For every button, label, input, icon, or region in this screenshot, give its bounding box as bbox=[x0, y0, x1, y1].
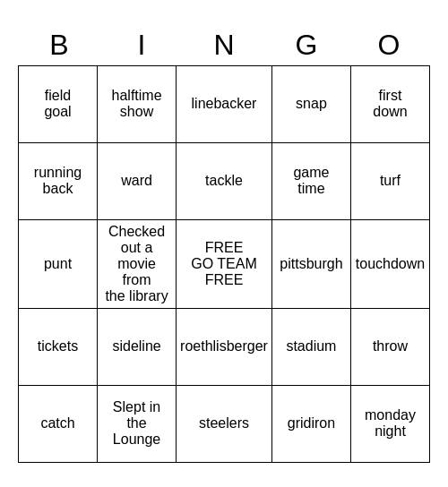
cell-text: tickets bbox=[38, 338, 78, 355]
header-letter: B bbox=[18, 25, 100, 65]
bingo-cell: linebacker bbox=[177, 66, 272, 143]
header-letter: G bbox=[265, 25, 348, 65]
bingo-cell: tackle bbox=[177, 143, 272, 220]
cell-text: ward bbox=[121, 173, 152, 189]
cell-text: tackle bbox=[205, 173, 243, 189]
cell-text: Checked out a movie from the library bbox=[101, 224, 172, 304]
bingo-cell: monday night bbox=[351, 386, 430, 463]
bingo-cell: catch bbox=[19, 386, 98, 463]
bingo-header: BINGO bbox=[18, 25, 430, 65]
bingo-cell: roethlisberger bbox=[177, 309, 272, 386]
header-letter: O bbox=[348, 25, 430, 65]
bingo-grid: field goalhalftime showlinebackersnapfir… bbox=[18, 65, 430, 463]
bingo-cell: ward bbox=[98, 143, 177, 220]
cell-text: pittsburgh bbox=[280, 256, 342, 272]
bingo-cell: field goal bbox=[19, 66, 98, 143]
cell-text: punt bbox=[44, 256, 72, 272]
cell-text: first down bbox=[373, 88, 407, 120]
bingo-cell: stadium bbox=[272, 309, 351, 386]
bingo-cell: touchdown bbox=[351, 220, 430, 309]
cell-text: FREE GO TEAM FREE bbox=[191, 240, 257, 288]
bingo-cell: halftime show bbox=[98, 66, 177, 143]
cell-text: turf bbox=[380, 173, 401, 189]
bingo-cell: turf bbox=[351, 143, 430, 220]
bingo-cell: gridiron bbox=[272, 386, 351, 463]
bingo-cell: tickets bbox=[19, 309, 98, 386]
bingo-cell: Slept in the Lounge bbox=[98, 386, 177, 463]
cell-text: linebacker bbox=[192, 96, 257, 112]
bingo-cell: throw bbox=[351, 309, 430, 386]
header-letter: N bbox=[183, 25, 265, 65]
bingo-cell: Checked out a movie from the library bbox=[98, 220, 177, 309]
bingo-cell: steelers bbox=[177, 386, 272, 463]
cell-text: monday night bbox=[365, 407, 416, 440]
bingo-cell: first down bbox=[351, 66, 430, 143]
bingo-cell: game time bbox=[272, 143, 351, 220]
cell-text: sideline bbox=[112, 338, 160, 355]
bingo-cell: FREE GO TEAM FREE bbox=[177, 220, 272, 309]
bingo-cell: sideline bbox=[98, 309, 177, 386]
bingo-cell: pittsburgh bbox=[272, 220, 351, 309]
bingo-cell: running back bbox=[19, 143, 98, 220]
cell-text: running back bbox=[34, 165, 82, 197]
cell-text: field goal bbox=[44, 88, 71, 120]
cell-text: steelers bbox=[199, 415, 249, 431]
cell-text: gridiron bbox=[288, 415, 335, 431]
cell-text: snap bbox=[296, 96, 327, 112]
cell-text: Slept in the Lounge bbox=[113, 399, 160, 448]
header-letter: I bbox=[100, 25, 183, 65]
cell-text: touchdown bbox=[356, 256, 425, 272]
bingo-card: BINGO field goalhalftime showlinebackers… bbox=[18, 25, 430, 463]
bingo-cell: snap bbox=[272, 66, 351, 143]
cell-text: game time bbox=[293, 165, 329, 197]
cell-text: roethlisberger bbox=[180, 338, 268, 355]
cell-text: throw bbox=[373, 338, 408, 355]
cell-text: stadium bbox=[286, 338, 336, 355]
cell-text: halftime show bbox=[112, 88, 162, 120]
cell-text: catch bbox=[40, 415, 74, 431]
bingo-cell: punt bbox=[19, 220, 98, 309]
